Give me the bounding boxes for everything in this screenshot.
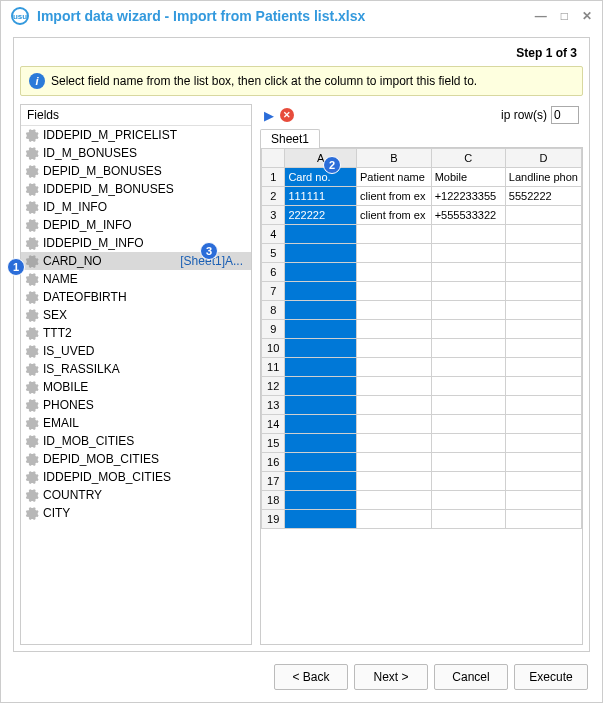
delete-icon[interactable]: ✕ (280, 108, 294, 122)
grid-cell[interactable] (505, 282, 581, 301)
next-button[interactable]: Next > (354, 664, 428, 690)
grid-cell[interactable] (285, 510, 357, 529)
grid-cell[interactable] (431, 263, 505, 282)
grid-cell[interactable] (431, 491, 505, 510)
grid-cell[interactable] (357, 320, 432, 339)
grid-cell[interactable] (505, 434, 581, 453)
grid-cell[interactable] (357, 225, 432, 244)
back-button[interactable]: < Back (274, 664, 348, 690)
grid-cell[interactable]: 5552222 (505, 187, 581, 206)
grid-cell[interactable]: Landline phon (505, 168, 581, 187)
grid-cell[interactable] (285, 415, 357, 434)
grid-cell[interactable] (431, 472, 505, 491)
grid-cell[interactable] (505, 339, 581, 358)
grid-cell[interactable] (357, 282, 432, 301)
grid-cell[interactable] (505, 225, 581, 244)
minimize-button[interactable]: — (535, 9, 547, 23)
maximize-button[interactable]: □ (561, 9, 568, 23)
grid-cell[interactable] (285, 491, 357, 510)
grid-cell[interactable] (357, 301, 432, 320)
grid-cell[interactable] (357, 415, 432, 434)
sheet-tab[interactable]: Sheet1 (260, 129, 320, 148)
row-header[interactable]: 12 (262, 377, 285, 396)
row-header[interactable]: 2 (262, 187, 285, 206)
grid-cell[interactable] (285, 396, 357, 415)
col-header[interactable]: D (505, 149, 581, 168)
grid-cell[interactable] (505, 320, 581, 339)
col-header[interactable]: A (285, 149, 357, 168)
grid-cell[interactable] (285, 263, 357, 282)
field-item[interactable]: MOBILE (21, 378, 251, 396)
grid-cell[interactable] (431, 320, 505, 339)
grid-cell[interactable] (285, 225, 357, 244)
grid-cell[interactable] (357, 472, 432, 491)
grid-cell[interactable] (357, 434, 432, 453)
grid-cell[interactable]: client from ex (357, 206, 432, 225)
field-item[interactable]: ID_M_INFO (21, 198, 251, 216)
field-item[interactable]: DEPID_M_INFO (21, 216, 251, 234)
field-item[interactable]: IDDEPID_M_PRICELIST (21, 126, 251, 144)
grid-cell[interactable] (285, 301, 357, 320)
field-item[interactable]: TTT2 (21, 324, 251, 342)
grid-cell[interactable] (431, 244, 505, 263)
grid-cell[interactable] (357, 510, 432, 529)
grid-cell[interactable] (505, 206, 581, 225)
field-item[interactable]: DEPID_MOB_CITIES (21, 450, 251, 468)
field-item[interactable]: PHONES (21, 396, 251, 414)
grid-cell[interactable] (357, 491, 432, 510)
grid-cell[interactable] (285, 244, 357, 263)
execute-button[interactable]: Execute (514, 664, 588, 690)
row-header[interactable]: 18 (262, 491, 285, 510)
field-item[interactable]: CITY (21, 504, 251, 522)
grid-cell[interactable] (431, 358, 505, 377)
row-header[interactable]: 16 (262, 453, 285, 472)
grid-cell[interactable] (505, 358, 581, 377)
grid-cell[interactable] (431, 453, 505, 472)
grid-cell[interactable]: Card no. (285, 168, 357, 187)
grid-cell[interactable] (505, 491, 581, 510)
fields-list[interactable]: IDDEPID_M_PRICELISTID_M_BONUSESDEPID_M_B… (21, 126, 251, 644)
grid-cell[interactable] (357, 396, 432, 415)
grid-cell[interactable] (285, 453, 357, 472)
row-header[interactable]: 7 (262, 282, 285, 301)
row-header[interactable]: 14 (262, 415, 285, 434)
grid-cell[interactable] (505, 263, 581, 282)
row-header[interactable]: 4 (262, 225, 285, 244)
grid-cell[interactable] (505, 301, 581, 320)
grid-cell[interactable] (357, 244, 432, 263)
grid-cell[interactable] (285, 282, 357, 301)
field-item[interactable]: IS_RASSILKA (21, 360, 251, 378)
grid-cell[interactable] (357, 339, 432, 358)
field-item[interactable]: ID_M_BONUSES (21, 144, 251, 162)
grid-cell[interactable] (357, 263, 432, 282)
grid-cell[interactable]: Mobile (431, 168, 505, 187)
field-item[interactable]: COUNTRY (21, 486, 251, 504)
grid-cell[interactable] (357, 453, 432, 472)
grid-cell[interactable] (431, 434, 505, 453)
grid-cell[interactable] (505, 396, 581, 415)
grid-cell[interactable]: +555533322 (431, 206, 505, 225)
row-header[interactable]: 5 (262, 244, 285, 263)
col-header[interactable]: B (357, 149, 432, 168)
row-header[interactable]: 15 (262, 434, 285, 453)
field-item[interactable]: EMAIL (21, 414, 251, 432)
grid-cell[interactable] (505, 472, 581, 491)
row-header[interactable]: 1 (262, 168, 285, 187)
skip-rows-input[interactable] (551, 106, 579, 124)
data-grid[interactable]: ABCD1Card no.Patient nameMobileLandline … (261, 148, 582, 529)
grid-cell[interactable] (505, 510, 581, 529)
grid-cell[interactable] (285, 339, 357, 358)
field-item[interactable]: NAME (21, 270, 251, 288)
grid-cell[interactable] (431, 377, 505, 396)
grid-cell[interactable] (285, 377, 357, 396)
field-item[interactable]: SEX (21, 306, 251, 324)
grid-cell[interactable] (431, 301, 505, 320)
grid-cell[interactable] (505, 377, 581, 396)
col-header[interactable]: C (431, 149, 505, 168)
grid-cell[interactable] (285, 320, 357, 339)
play-icon[interactable]: ▶ (264, 108, 274, 123)
field-item[interactable]: IDDEPID_MOB_CITIES (21, 468, 251, 486)
grid-cell[interactable] (357, 358, 432, 377)
grid-cell[interactable] (431, 396, 505, 415)
grid-container[interactable]: ABCD1Card no.Patient nameMobileLandline … (260, 147, 583, 645)
